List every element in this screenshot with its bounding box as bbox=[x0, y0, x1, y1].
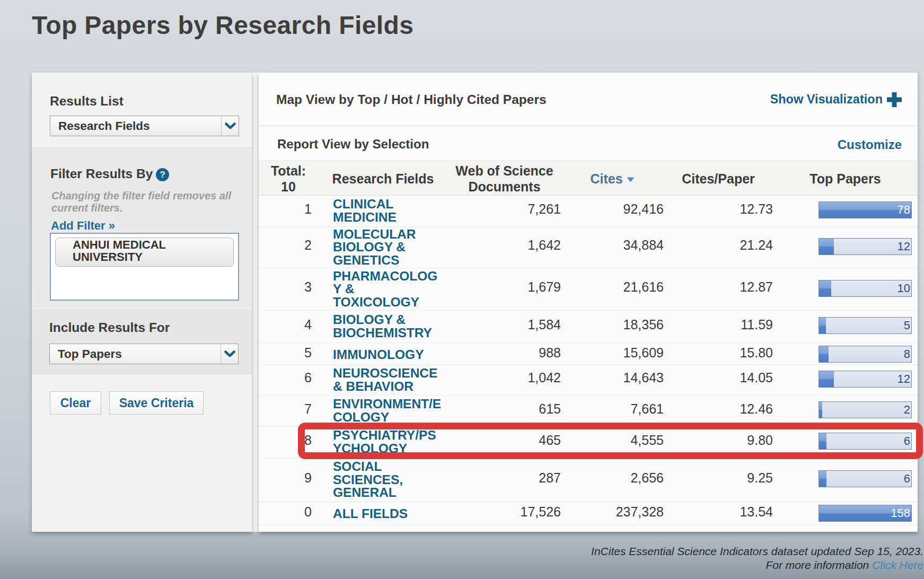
rank-cell: 1 bbox=[259, 196, 318, 226]
field-link[interactable]: SOCIAL SCIENCES, GENERAL bbox=[333, 460, 443, 499]
top-papers-bar-fill bbox=[819, 280, 831, 296]
field-cell: CLINICAL MEDICINE bbox=[318, 196, 448, 226]
filter-note: Changing the filter field removes all cu… bbox=[51, 190, 240, 214]
top-papers-bar-fill bbox=[819, 371, 834, 387]
results-list-heading: Results List bbox=[50, 94, 124, 108]
field-link[interactable]: ENVIRONMENT/ECOLOGY bbox=[333, 398, 443, 424]
filter-list-item-label: ANHUI MEDICAL UNIVERSITY bbox=[56, 238, 210, 264]
cites-cell: 4,555 bbox=[561, 427, 664, 458]
field-link[interactable]: ALL FIELDS bbox=[333, 507, 443, 521]
column-header-cites[interactable]: Cites bbox=[561, 161, 664, 195]
cites-cell: 18,356 bbox=[561, 311, 664, 343]
field-cell: PSYCHIATRY/PSYCHOLOGY bbox=[318, 427, 448, 458]
top-papers-value: 5 bbox=[904, 318, 910, 334]
top-papers-value: 8 bbox=[904, 346, 910, 362]
top-papers-bar-fill bbox=[819, 433, 826, 449]
top-papers-value: 6 bbox=[904, 433, 910, 449]
rank-cell: 5 bbox=[259, 343, 318, 367]
docs-cell: 1,042 bbox=[448, 365, 561, 395]
top-papers-bar-fill bbox=[819, 346, 829, 362]
top-papers-cell: 6 bbox=[773, 427, 918, 458]
include-dropdown[interactable]: Top Papers bbox=[49, 344, 239, 364]
field-cell: SOCIAL SCIENCES, GENERAL bbox=[318, 458, 448, 502]
top-papers-cell: 5 bbox=[773, 311, 918, 343]
include-section: Include Results For Top Papers bbox=[32, 309, 252, 375]
sort-descending-icon bbox=[627, 177, 635, 182]
top-papers-value: 10 bbox=[897, 280, 910, 296]
docs-cell: 988 bbox=[448, 343, 561, 367]
rank-cell: 2 bbox=[259, 227, 318, 268]
footer-more-info-text: For more information bbox=[765, 559, 872, 571]
rank-cell: 4 bbox=[259, 311, 318, 343]
show-visualization-link[interactable]: Show Visualization bbox=[770, 73, 902, 126]
customize-link[interactable]: Customize bbox=[838, 128, 902, 161]
field-link[interactable]: IMMUNOLOGY bbox=[333, 348, 443, 362]
sidebar: Results List Research Fields Filter Resu… bbox=[32, 73, 252, 532]
table-row: 8 PSYCHIATRY/PSYCHOLOGY 465 4,555 9.80 6 bbox=[259, 427, 918, 458]
top-papers-bar: 2 bbox=[819, 401, 912, 418]
field-cell: ENVIRONMENT/ECOLOGY bbox=[318, 396, 448, 426]
filter-listbox[interactable]: ANHUI MEDICAL UNIVERSITY bbox=[50, 233, 239, 301]
rank-cell: 3 bbox=[259, 268, 318, 310]
column-header-wos-documents: Web of Science Documents bbox=[448, 161, 561, 195]
help-icon[interactable]: ? bbox=[156, 168, 169, 181]
column-header-label: Research Fields bbox=[332, 171, 434, 187]
cites-cell: 15,609 bbox=[561, 343, 664, 367]
results-list-dropdown-value: Research Fields bbox=[50, 119, 221, 133]
field-link[interactable]: NEUROSCIENCE & BEHAVIOR bbox=[333, 367, 443, 393]
panel-gap bbox=[252, 73, 259, 532]
field-link[interactable]: MOLECULAR BIOLOGY & GENETICS bbox=[333, 228, 443, 267]
report-view-header: Report View by Selection Customize bbox=[259, 126, 918, 160]
results-table: Total: 10 Research Fields Web of Science… bbox=[259, 160, 918, 525]
cpp-cell: 11.59 bbox=[664, 311, 773, 343]
filter-list-item[interactable]: ANHUI MEDICAL UNIVERSITY bbox=[55, 238, 234, 267]
top-papers-bar: 6 bbox=[819, 433, 912, 450]
docs-cell: 1,584 bbox=[448, 311, 561, 343]
top-papers-value: 6 bbox=[904, 471, 910, 487]
field-link[interactable]: BIOLOGY & BIOCHEMISTRY bbox=[333, 313, 443, 339]
top-papers-cell: 6 bbox=[773, 458, 918, 502]
field-cell: BIOLOGY & BIOCHEMISTRY bbox=[318, 311, 448, 343]
field-link[interactable]: PHARMACOLOGY & TOXICOLOGY bbox=[333, 270, 443, 309]
field-cell: MOLECULAR BIOLOGY & GENETICS bbox=[318, 227, 448, 268]
top-papers-value: 158 bbox=[891, 505, 910, 521]
table-row: 0 ALL FIELDS 17,526 237,328 13.54 158 bbox=[259, 502, 918, 525]
page-title: Top Papers by Research Fields bbox=[32, 11, 413, 40]
table-row: 6 NEUROSCIENCE & BEHAVIOR 1,042 14,643 1… bbox=[259, 365, 918, 396]
footer-more-info: For more information Click Here bbox=[591, 558, 923, 572]
top-papers-bar: 78 bbox=[819, 201, 912, 218]
table-row: 5 IMMUNOLOGY 988 15,609 15.80 8 bbox=[259, 343, 918, 365]
save-criteria-button[interactable]: Save Criteria bbox=[109, 391, 204, 415]
field-link[interactable]: CLINICAL MEDICINE bbox=[333, 198, 443, 224]
cites-cell: 92,416 bbox=[561, 196, 664, 226]
column-header-label: Web of Science Documents bbox=[454, 163, 556, 195]
cpp-cell: 12.46 bbox=[664, 396, 773, 426]
top-papers-bar-fill bbox=[819, 318, 826, 334]
filter-heading: Filter Results By bbox=[50, 167, 153, 180]
add-filter-link[interactable]: Add Filter » bbox=[51, 219, 115, 233]
cpp-cell: 14.05 bbox=[664, 365, 773, 395]
field-link[interactable]: PSYCHIATRY/PSYCHOLOGY bbox=[333, 429, 443, 455]
cites-cell: 34,884 bbox=[561, 227, 664, 268]
chevron-down-icon bbox=[221, 344, 238, 364]
map-view-title: Map View by Top / Hot / Highly Cited Pap… bbox=[276, 73, 547, 126]
top-papers-cell: 10 bbox=[773, 268, 918, 310]
table-body: 1 CLINICAL MEDICINE 7,261 92,416 12.73 7… bbox=[259, 196, 918, 525]
cites-cell: 237,328 bbox=[561, 502, 664, 526]
table-row: 4 BIOLOGY & BIOCHEMISTRY 1,584 18,356 11… bbox=[259, 311, 918, 343]
plus-icon bbox=[887, 92, 902, 107]
cpp-cell: 9.80 bbox=[664, 427, 773, 458]
clear-button[interactable]: Clear bbox=[50, 391, 101, 415]
field-cell: IMMUNOLOGY bbox=[318, 343, 448, 367]
table-header-row: Total: 10 Research Fields Web of Science… bbox=[259, 160, 918, 196]
docs-cell: 1,679 bbox=[448, 268, 561, 310]
click-here-link[interactable]: Click Here bbox=[872, 559, 923, 571]
column-header-research-fields: Research Fields bbox=[318, 161, 448, 195]
top-papers-bar-fill bbox=[819, 471, 826, 487]
results-list-dropdown[interactable]: Research Fields bbox=[50, 116, 239, 136]
cpp-cell: 13.54 bbox=[664, 502, 773, 526]
column-header-label: Total: 10 bbox=[269, 163, 307, 195]
main-panel: Map View by Top / Hot / Highly Cited Pap… bbox=[259, 73, 918, 532]
results-list-section: Results List Research Fields bbox=[32, 73, 252, 148]
docs-cell: 465 bbox=[448, 427, 561, 458]
